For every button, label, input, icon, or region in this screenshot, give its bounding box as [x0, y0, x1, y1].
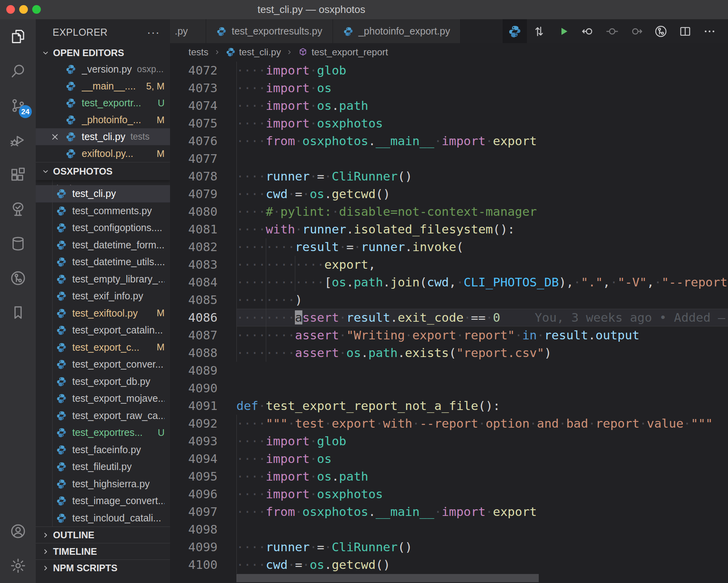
code-line-4086[interactable]: 4086 ········assert·result.exit_code·==·…	[170, 309, 728, 326]
tree-item[interactable]: test_...	[36, 180, 170, 185]
line-number[interactable]: 4098	[170, 521, 236, 538]
line-number[interactable]: 4086	[170, 309, 236, 326]
open-editors-header[interactable]: OPEN EDITORS	[36, 45, 170, 61]
editor-tab[interactable]: _photoinfo_export.py	[333, 19, 461, 43]
code-line-4098[interactable]: 4098	[170, 521, 728, 538]
code-line-4091[interactable]: 4091 def·test_export_report_not_a_file()…	[170, 397, 728, 415]
code-line-4072[interactable]: 4072 ····import·glob	[170, 62, 728, 79]
horizontal-scrollbar[interactable]	[236, 574, 539, 582]
line-number[interactable]: 4078	[170, 168, 236, 185]
activity-item-git-graph[interactable]	[0, 261, 36, 295]
line-number[interactable]: 4072	[170, 62, 236, 79]
section-outline[interactable]: OUTLINE	[36, 527, 170, 543]
code-line-4087[interactable]: 4087 ········assert·"Writing·export·repo…	[170, 326, 728, 344]
tree-item[interactable]: test_export_catalin...	[36, 322, 170, 339]
minimize-window-button[interactable]	[19, 5, 28, 14]
code-line-4082[interactable]: 4082 ········result·=·runner.invoke(	[170, 238, 728, 256]
code-line-4090[interactable]: 4090	[170, 379, 728, 397]
line-number[interactable]: 4082	[170, 238, 236, 256]
code-line-4074[interactable]: 4074 ····import·os.path	[170, 97, 728, 115]
section-npm-scripts[interactable]: NPM SCRIPTS	[36, 559, 170, 576]
line-number[interactable]: 4073	[170, 79, 236, 97]
code-line-4088[interactable]: 4088 ········assert·os.path.exists("repo…	[170, 344, 728, 362]
code-line-4083[interactable]: 4083 ············export,	[170, 256, 728, 273]
code-line-4089[interactable]: 4089	[170, 362, 728, 379]
line-number[interactable]: 4085	[170, 291, 236, 309]
code-line-4084[interactable]: 4084 ············[os.path.join(cwd,·CLI_…	[170, 273, 728, 291]
editor-tab[interactable]: test_exportresults.py	[206, 19, 333, 43]
tree-item[interactable]: test_export_mojave...	[36, 390, 170, 407]
code-editor[interactable]: 4072 ····import·glob 4073 ····import·os …	[170, 61, 728, 583]
code-line-4095[interactable]: 4095 ····import·os.path	[170, 468, 728, 485]
code-line-4078[interactable]: 4078 ····runner·=·CliRunner()	[170, 168, 728, 185]
line-number[interactable]: 4081	[170, 220, 236, 238]
line-number[interactable]: 4093	[170, 432, 236, 450]
code-line-4080[interactable]: 4080 ····#·pylint:·disable=not-context-m…	[170, 203, 728, 220]
open-editor-item[interactable]: _photoinfo_... M	[36, 111, 170, 128]
step-into-button[interactable]	[624, 19, 649, 43]
tree-item[interactable]: test_fileutil.py	[36, 458, 170, 476]
activity-item-source-control[interactable]: 24	[0, 88, 36, 123]
code-line-4100[interactable]: 4100 ····cwd·=·os.getcwd()	[170, 556, 728, 574]
run-python-file-button[interactable]	[551, 19, 576, 43]
activity-item-extensions[interactable]	[0, 157, 36, 192]
line-number[interactable]: 4088	[170, 344, 236, 362]
tree-item[interactable]: test_empty_library_...	[36, 271, 170, 288]
close-window-button[interactable]	[6, 5, 15, 14]
activity-item-settings[interactable]	[0, 548, 36, 583]
open-editor-item[interactable]: exiftool.py... M	[36, 145, 170, 162]
project-header[interactable]: OSXPHOTOS	[36, 162, 170, 180]
activity-item-database[interactable]	[0, 226, 36, 261]
breadcrumb-item[interactable]: tests	[188, 47, 209, 58]
code-line-4079[interactable]: 4079 ····cwd·=·os.getcwd()	[170, 185, 728, 203]
git-graph-button[interactable]	[649, 19, 673, 43]
editor-tab[interactable]: .py	[170, 19, 206, 43]
tree-item[interactable]: test_incloud_catali...	[36, 510, 170, 527]
tree-item[interactable]: test_exportres... U	[36, 424, 170, 441]
code-line-4093[interactable]: 4093 ····import·glob	[170, 432, 728, 450]
open-editor-item[interactable]: __main__.... 5, M	[36, 78, 170, 95]
line-number[interactable]: 4089	[170, 362, 236, 379]
step-over-button[interactable]	[600, 19, 624, 43]
close-icon[interactable]	[50, 132, 60, 142]
tree-item[interactable]: test_datetime_form...	[36, 237, 170, 254]
tree-item[interactable]: test_highsierra.py	[36, 476, 170, 493]
line-number[interactable]: 4092	[170, 415, 236, 432]
split-editor-button[interactable]	[673, 19, 697, 43]
more-actions-button[interactable]	[697, 19, 722, 43]
tree-item[interactable]: test_cli.py	[36, 185, 170, 202]
activity-item-search[interactable]	[0, 54, 36, 88]
code-line-4097[interactable]: 4097 ····from·osxphotos.__main__·import·…	[170, 503, 728, 521]
line-number[interactable]: 4087	[170, 326, 236, 344]
tree-item[interactable]: test_image_convert...	[36, 492, 170, 510]
activity-item-account[interactable]	[0, 514, 36, 548]
python-interpreter-button[interactable]	[503, 19, 527, 43]
tree-item[interactable]: test_faceinfo.py	[36, 441, 170, 459]
step-back-button[interactable]	[576, 19, 600, 43]
line-number[interactable]: 4074	[170, 97, 236, 115]
tree-item[interactable]: test_datetime_utils....	[36, 253, 170, 271]
code-line-4073[interactable]: 4073 ····import·os	[170, 79, 728, 97]
tree-item[interactable]: test_export_c... M	[36, 339, 170, 356]
tree-item[interactable]: test_exiftool.py M	[36, 305, 170, 322]
line-number[interactable]: 4084	[170, 273, 236, 291]
tree-item[interactable]: test_comments.py	[36, 202, 170, 220]
tree-item[interactable]: test_export_db.py	[36, 373, 170, 390]
tree-item[interactable]: test_export_raw_ca...	[36, 407, 170, 424]
code-line-4096[interactable]: 4096 ····import·osxphotos	[170, 485, 728, 503]
line-number[interactable]: 4080	[170, 203, 236, 220]
line-number[interactable]: 4077	[170, 150, 236, 168]
code-line-4081[interactable]: 4081 ····with·runner.isolated_filesystem…	[170, 220, 728, 238]
tree-item[interactable]: test_export_conver...	[36, 356, 170, 373]
code-line-4099[interactable]: 4099 ····runner·=·CliRunner()	[170, 538, 728, 556]
breadcrumb-item[interactable]: test_export_report	[298, 47, 388, 58]
line-number[interactable]: 4083	[170, 256, 236, 273]
line-number[interactable]: 4079	[170, 185, 236, 203]
activity-item-bookmarks[interactable]	[0, 295, 36, 330]
code-line-4094[interactable]: 4094 ····import·os	[170, 450, 728, 468]
line-number[interactable]: 4099	[170, 538, 236, 556]
explorer-more-actions-button[interactable]: ···	[147, 28, 160, 36]
open-editor-item[interactable]: test_exportr... U	[36, 95, 170, 111]
line-number[interactable]: 4095	[170, 468, 236, 485]
line-number[interactable]: 4090	[170, 379, 236, 397]
